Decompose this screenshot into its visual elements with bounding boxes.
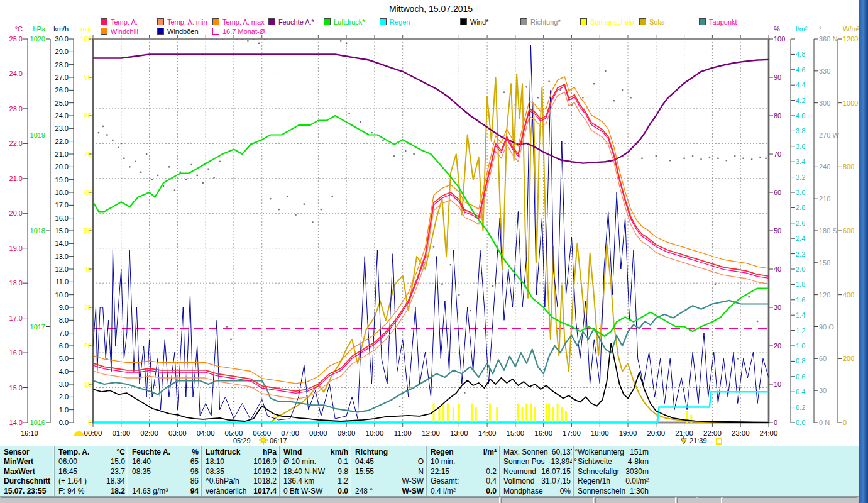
svg-text:12.0: 12.0 bbox=[55, 265, 69, 273]
cell-label bbox=[132, 477, 136, 486]
table-row: Schneefallgr3030m bbox=[578, 467, 649, 477]
cell-value: 31.07.15 bbox=[541, 477, 571, 486]
cell-value: N bbox=[418, 467, 424, 477]
cell-label: 04:45 bbox=[355, 457, 378, 467]
svg-text:4.8: 4.8 bbox=[796, 50, 805, 58]
cell-value: 3030m bbox=[625, 467, 649, 477]
cell-label: MaxWert bbox=[4, 467, 39, 477]
svg-text:24.0: 24.0 bbox=[55, 112, 69, 119]
svg-text:60: 60 bbox=[774, 189, 781, 196]
svg-text:27.0: 27.0 bbox=[55, 74, 69, 81]
cell-value: 1:30h bbox=[630, 487, 649, 496]
table-row: 16:4523.7 bbox=[58, 467, 125, 477]
sensor-column-richtung: Richtung04:45O15:55NW-SW248 °W-SW bbox=[351, 446, 426, 496]
status-segment-1 bbox=[1, 497, 500, 503]
sunset-icon bbox=[680, 435, 688, 445]
svg-text:50: 50 bbox=[84, 227, 92, 235]
table-row: 14.63 g/m³94 bbox=[132, 487, 199, 496]
svg-text:20:00: 20:00 bbox=[647, 429, 665, 437]
cell-value: hPa bbox=[263, 448, 277, 457]
svg-text:5.0: 5.0 bbox=[59, 355, 69, 362]
svg-text:4.0: 4.0 bbox=[59, 368, 69, 375]
svg-text:0 N: 0 N bbox=[819, 419, 830, 426]
svg-text:120: 120 bbox=[819, 291, 830, 299]
svg-text:07:00: 07:00 bbox=[281, 429, 299, 437]
svg-text:400: 400 bbox=[843, 291, 854, 299]
table-row: 86 bbox=[132, 477, 199, 486]
svg-text:1.4: 1.4 bbox=[796, 311, 805, 319]
table-row: Neumond16.07.15 bbox=[503, 467, 571, 477]
moon-phase-icon bbox=[716, 438, 722, 445]
svg-text:3.4: 3.4 bbox=[796, 158, 805, 165]
svg-text:150: 150 bbox=[819, 259, 830, 267]
axis-deg: °360 N330300270 W240210180 S15012090 O60… bbox=[814, 25, 839, 426]
cell-label: veränderlich bbox=[206, 487, 250, 496]
svg-text:3.0: 3.0 bbox=[59, 380, 69, 388]
svg-text:14.0: 14.0 bbox=[55, 240, 69, 247]
table-row: 10 min. bbox=[431, 457, 497, 467]
cell-value: 1019.2 bbox=[253, 467, 277, 477]
cell-value: 1018.2 bbox=[253, 477, 277, 486]
x-axis-labels: 00:0001:0002:0003:0004:0005:0006:0007:00… bbox=[84, 429, 778, 437]
svg-text:300: 300 bbox=[819, 99, 830, 107]
cell-label: 14.63 g/m³ bbox=[132, 487, 172, 496]
svg-text:15.0: 15.0 bbox=[55, 227, 69, 235]
svg-text:10: 10 bbox=[774, 380, 781, 388]
cell-label: Durchschnitt bbox=[4, 477, 54, 486]
cell-label: 10 min. bbox=[431, 457, 459, 467]
svg-text:2.4: 2.4 bbox=[796, 235, 805, 242]
svg-text:800: 800 bbox=[843, 163, 854, 170]
table-row: Wolkenunterg151m bbox=[578, 448, 649, 457]
cell-label: Max. Sonnen bbox=[503, 448, 552, 457]
svg-text:2.8: 2.8 bbox=[796, 204, 805, 211]
cell-value: 96 bbox=[190, 467, 199, 477]
svg-text:1016: 1016 bbox=[30, 419, 45, 426]
svg-text:1.0: 1.0 bbox=[59, 406, 69, 414]
svg-text:90 O: 90 O bbox=[819, 323, 834, 331]
cell-label: 22:15 bbox=[431, 467, 453, 477]
info-column-2: Wolkenunterg151mSichtweite4-8kmSchneefal… bbox=[573, 446, 651, 496]
svg-text:8.0: 8.0 bbox=[59, 316, 69, 324]
svg-text:22.0: 22.0 bbox=[55, 138, 69, 145]
svg-text:0: 0 bbox=[88, 419, 92, 426]
cell-label: 08:35 bbox=[206, 467, 228, 477]
cell-value: 18.2 bbox=[111, 487, 125, 496]
svg-text:3.2: 3.2 bbox=[796, 174, 805, 181]
cell-label: 0.4 l/m² bbox=[431, 487, 459, 496]
svg-text:9.0: 9.0 bbox=[59, 304, 69, 311]
table-row: Sensor bbox=[4, 448, 52, 457]
cell-label: Wolkenunterg bbox=[578, 448, 628, 457]
table-row: (+ 1.64 )18.34 bbox=[58, 477, 125, 486]
svg-text:100: 100 bbox=[80, 35, 92, 43]
svg-text:hPa: hPa bbox=[33, 25, 45, 33]
cell-value: 15.0 bbox=[111, 457, 125, 467]
cell-label: 06:00 bbox=[58, 457, 81, 467]
table-row: Vollmond31.07.15 bbox=[503, 477, 571, 486]
svg-text:0: 0 bbox=[774, 419, 777, 426]
cell-label: 136.4 km bbox=[283, 477, 318, 486]
svg-text:16:00: 16:00 bbox=[534, 429, 552, 437]
cell-value: 1016.9 bbox=[253, 457, 277, 467]
svg-text:1020: 1020 bbox=[30, 35, 45, 43]
svg-text:18.0: 18.0 bbox=[9, 279, 23, 287]
sensor-column-temp-a-: Temp. A.°C06:0015.016:4523.7(+ 1.64 )18.… bbox=[54, 446, 128, 496]
cell-value: W-SW bbox=[402, 487, 424, 496]
svg-text:18.0: 18.0 bbox=[55, 189, 69, 196]
cell-label: 16:40 bbox=[132, 457, 155, 467]
table-row: MinWert bbox=[4, 457, 52, 467]
svg-text:W/m²: W/m² bbox=[843, 25, 860, 33]
table-row: Regen/1h0.0l/m² bbox=[578, 477, 649, 486]
cell-label: 18:40 N-NW bbox=[283, 467, 329, 477]
cell-value: 4-8km bbox=[628, 457, 649, 467]
svg-text:1000: 1000 bbox=[843, 99, 858, 107]
sensor-column-wind: Windkm/hØ 10 min.0.118:40 N-NW9.8136.4 k… bbox=[279, 446, 351, 496]
svg-text:23:00: 23:00 bbox=[732, 429, 750, 437]
cell-value: 0.2 bbox=[486, 467, 497, 477]
svg-text:24.0: 24.0 bbox=[9, 70, 23, 77]
svg-text:28.0: 28.0 bbox=[55, 61, 69, 69]
cell-label: 0 Bft W-SW bbox=[283, 487, 326, 496]
cell-value: 1.2 bbox=[338, 477, 348, 486]
svg-text:0.4: 0.4 bbox=[796, 388, 805, 395]
table-row: ^0.6hPa/h1018.2 bbox=[206, 477, 277, 486]
cell-value: 9.8 bbox=[338, 467, 348, 477]
